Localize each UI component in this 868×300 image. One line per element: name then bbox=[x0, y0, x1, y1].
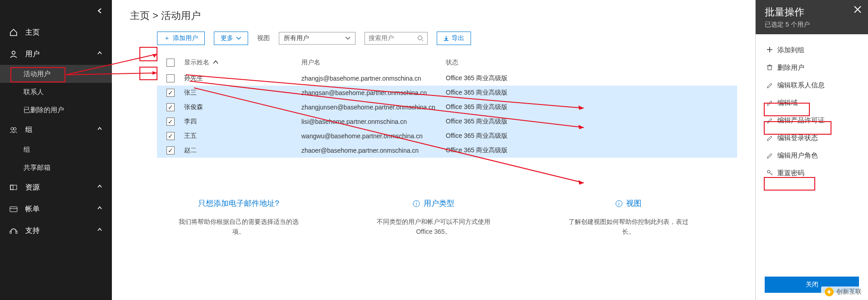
download-icon bbox=[443, 36, 449, 41]
card-icon bbox=[9, 205, 18, 214]
sidebar-item-3[interactable]: 联系人 bbox=[0, 83, 112, 101]
row-checkbox[interactable] bbox=[166, 118, 175, 126]
cell-name: 张俊森 bbox=[184, 103, 301, 111]
svg-rect-23 bbox=[768, 66, 771, 70]
sidebar-item-4[interactable]: 已删除的用户 bbox=[0, 101, 112, 119]
panel-action-3[interactable]: 编辑域 bbox=[765, 96, 859, 110]
cell-user: lisi@basehome.partner.onmschina.cn bbox=[301, 118, 446, 125]
sidebar-item-5[interactable]: 组 bbox=[0, 119, 112, 141]
panel-action-0[interactable]: 添加到组 bbox=[765, 43, 859, 57]
watermark-logo-icon: ✦ bbox=[825, 287, 834, 296]
table-row[interactable]: 张俊森zhangjunsen@basehome.partner.onmschin… bbox=[157, 100, 737, 114]
close-icon bbox=[854, 5, 862, 14]
panel-action-5[interactable]: 编辑登录状态 bbox=[765, 131, 859, 145]
pencil-icon bbox=[766, 82, 773, 89]
watermark: ✦ 创新互联 bbox=[821, 286, 865, 297]
sidebar-item-7[interactable]: 共享邮箱 bbox=[0, 159, 112, 177]
table-row[interactable]: 王五wangwu@basehome.partner.onmschina.cnOf… bbox=[157, 129, 737, 143]
panel-title: 批量操作 bbox=[765, 5, 859, 19]
sidebar-item-1[interactable]: 用户 bbox=[0, 43, 112, 65]
trash-icon bbox=[766, 64, 773, 72]
pencil-icon bbox=[766, 134, 773, 142]
panel-action-4[interactable]: 编辑产品许可证 bbox=[765, 114, 859, 127]
table-row[interactable]: 李四lisi@basehome.partner.onmschina.cnOffi… bbox=[157, 114, 737, 129]
toolbar: ＋ 添加用户 更多 视图 所有用户 搜索用户 导出 bbox=[157, 32, 737, 45]
table-row[interactable]: 张三zhangsan@basehome.partner.onmschina.cn… bbox=[157, 86, 737, 100]
cell-user: wangwu@basehome.partner.onmschina.cn bbox=[301, 132, 446, 140]
select-all-checkbox[interactable] bbox=[166, 59, 175, 67]
cell-user: zhangjs@basehome.partner.onmschina.cn bbox=[301, 75, 446, 82]
sidebar-item-2[interactable]: 活动用户 bbox=[0, 65, 112, 83]
sidebar-item-10[interactable]: 支持 bbox=[0, 220, 112, 241]
info-title[interactable]: 视图 bbox=[615, 198, 642, 209]
col-status-header[interactable]: 状态 bbox=[446, 59, 458, 66]
info-title[interactable]: 用户类型 bbox=[413, 198, 454, 209]
plus-icon: ＋ bbox=[164, 34, 170, 42]
row-checkbox[interactable] bbox=[166, 103, 175, 111]
key-icon bbox=[766, 169, 773, 177]
row-checkbox[interactable] bbox=[166, 74, 175, 82]
search-icon bbox=[417, 35, 424, 41]
action-label: 重置密码 bbox=[777, 169, 804, 177]
breadcrumb: 主页 > 活动用户 bbox=[130, 9, 737, 23]
more-label: 更多 bbox=[221, 34, 233, 42]
add-user-label: 添加用户 bbox=[173, 34, 198, 42]
svg-point-18 bbox=[619, 201, 619, 202]
panel-action-2[interactable]: 编辑联系人信息 bbox=[765, 78, 859, 92]
action-label: 编辑域 bbox=[777, 99, 798, 107]
close-button-label: 关闭 bbox=[806, 281, 818, 289]
cell-user: zhangsan@basehome.partner.onmschina.cn bbox=[301, 89, 446, 96]
plus-icon bbox=[766, 46, 773, 54]
export-label: 导出 bbox=[452, 34, 464, 42]
more-button[interactable]: 更多 bbox=[214, 32, 248, 45]
watermark-text: 创新互联 bbox=[836, 288, 862, 296]
sidebar-item-label: 组 bbox=[25, 125, 32, 135]
sidebar-item-label: 共享邮箱 bbox=[23, 164, 51, 172]
action-label: 编辑产品许可证 bbox=[777, 116, 825, 125]
panel-header: 批量操作 已选定 5 个用户 bbox=[756, 0, 868, 34]
info-title[interactable]: 只想添加电子邮件地址? bbox=[198, 198, 279, 209]
row-checkbox[interactable] bbox=[166, 132, 175, 140]
table-head: 显示姓名 用户名 状态 bbox=[157, 54, 737, 71]
table-row[interactable]: 孙先生zhangjs@basehome.partner.onmschina.cn… bbox=[157, 71, 737, 86]
sort-asc-icon bbox=[213, 60, 218, 64]
panel-action-1[interactable]: 删除用户 bbox=[765, 61, 859, 75]
sidebar-item-9[interactable]: 帐单 bbox=[0, 198, 112, 220]
svg-rect-5 bbox=[10, 207, 17, 212]
sidebar-collapse[interactable] bbox=[0, 0, 112, 22]
sidebar-item-6[interactable]: 组 bbox=[0, 141, 112, 159]
sidebar-item-label: 帐单 bbox=[25, 205, 40, 214]
view-select[interactable]: 所有用户 bbox=[279, 32, 356, 45]
svg-line-10 bbox=[422, 40, 423, 41]
sidebar-item-8[interactable]: 资源 bbox=[0, 177, 112, 198]
panel-action-6[interactable]: 编辑用户角色 bbox=[765, 149, 859, 163]
action-label: 添加到组 bbox=[777, 46, 804, 55]
action-label: 编辑登录状态 bbox=[777, 134, 818, 142]
sidebar-item-label: 支持 bbox=[25, 226, 40, 236]
chevron-down-icon bbox=[345, 36, 351, 40]
view-selected: 所有用户 bbox=[284, 34, 309, 42]
add-user-button[interactable]: ＋ 添加用户 bbox=[157, 32, 205, 45]
pencil-icon bbox=[766, 99, 773, 107]
info-body: 不同类型的用户和帐户可以不同方式使用 Office 365。 bbox=[370, 217, 497, 237]
table-row[interactable]: 赵二zhaoer@basehome.partner.onmschina.cnOf… bbox=[157, 143, 737, 158]
sidebar-item-label: 组 bbox=[23, 145, 30, 154]
action-label: 编辑用户角色 bbox=[777, 151, 818, 160]
svg-point-0 bbox=[12, 51, 15, 55]
cell-user: zhaoer@basehome.partner.onmschina.cn bbox=[301, 147, 446, 154]
col-name-header[interactable]: 显示姓名 bbox=[184, 59, 209, 66]
panel-action-7[interactable]: 重置密码 bbox=[765, 166, 859, 180]
close-panel-button[interactable] bbox=[854, 5, 862, 15]
sidebar-item-label: 联系人 bbox=[23, 88, 44, 96]
search-input[interactable]: 搜索用户 bbox=[365, 32, 428, 45]
col-user-header[interactable]: 用户名 bbox=[301, 59, 320, 66]
info-icon bbox=[615, 200, 623, 207]
pencil-icon bbox=[766, 152, 773, 159]
chevron-up-icon bbox=[97, 126, 103, 134]
cell-status: Office 365 商业高级版 bbox=[446, 146, 737, 155]
row-checkbox[interactable] bbox=[166, 89, 175, 97]
export-button[interactable]: 导出 bbox=[437, 32, 471, 45]
sidebar-item-0[interactable]: 主页 bbox=[0, 22, 112, 43]
info-card: 视图了解创建视图如何帮助你控制此列表，表过长。 bbox=[565, 198, 692, 237]
row-checkbox[interactable] bbox=[166, 146, 175, 155]
